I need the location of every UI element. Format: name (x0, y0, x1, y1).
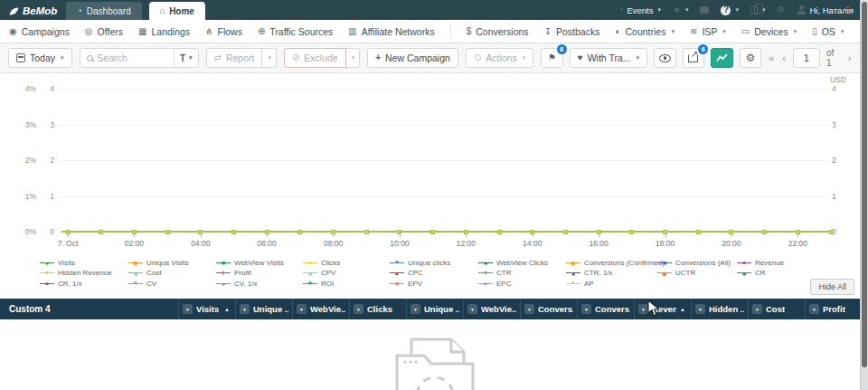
column-filter-icon[interactable]: ▼ (410, 304, 420, 314)
favorites-menu[interactable]: ★▾ (673, 5, 688, 14)
legend-item-unique-clicks[interactable]: ▼Unique clicks (390, 258, 478, 267)
nav-item-landings[interactable]: ▦Landings (138, 26, 190, 37)
column-filter-icon[interactable]: ▼ (695, 304, 705, 314)
messages-button[interactable] (700, 6, 709, 14)
legend-item-epc[interactable]: ▲EPC (478, 279, 566, 288)
exclude-button[interactable]: ⊘ Exclude (284, 48, 346, 68)
column-settings-button[interactable]: ⚙ (740, 48, 762, 68)
flag-button[interactable]: ⚑ 6 (541, 48, 563, 68)
bemob-logo[interactable]: BeMob (0, 5, 66, 20)
prev-page-button[interactable]: ‹ (781, 52, 787, 63)
search-type-dropdown[interactable]: T ▾ (174, 49, 198, 67)
traffic-filter-dropdown[interactable]: ♥ With Tra... ▾ (570, 48, 647, 68)
chevron-down-icon: ▾ (685, 6, 689, 14)
user-menu[interactable]: Hi, Наталія (797, 5, 854, 15)
nav-item-flows[interactable]: ⋔Flows (205, 26, 242, 37)
legend-item-ctr-1-x[interactable]: ●CTR, 1/x (566, 269, 657, 278)
legend-item-cv-1-x[interactable]: ●CV, 1/x (216, 279, 303, 288)
legend-item-profit[interactable]: +Profit (216, 269, 303, 278)
column-filter-icon[interactable]: ▼ (752, 304, 762, 314)
legend-item-hidden-revenue[interactable]: ▼Hidden Revenue (40, 269, 128, 278)
report-dropdown-button[interactable]: ▾ (262, 48, 277, 68)
legend-item-cr-1-x[interactable]: ▲CR, 1/x (40, 279, 128, 288)
column-filter-icon[interactable]: ▼ (354, 304, 363, 314)
column-filter-icon[interactable]: ▼ (809, 304, 819, 314)
legend-item-cr[interactable]: ■CR (737, 269, 784, 278)
page-number-input[interactable] (793, 48, 820, 68)
hide-all-button[interactable]: Hide All (810, 279, 854, 295)
table-header-clicks[interactable]: ▼Clicks (349, 299, 406, 319)
docs-menu[interactable]: ▾ (750, 6, 766, 14)
nav-item-isp[interactable]: ≋ISP▾ (690, 26, 726, 37)
column-filter-icon[interactable]: ▼ (297, 304, 307, 314)
nav-item-os[interactable]: ▯OS▾ (812, 26, 844, 37)
table-header-unique-[interactable]: ▼Unique ... (406, 299, 463, 319)
legend-item-conversions-confirmed-[interactable]: ◆Conversions (Confirmed) (566, 258, 657, 267)
vertical-scrollbar[interactable] (860, 0, 868, 390)
legend-item-webview-visits[interactable]: ■WebView Visits (216, 258, 303, 267)
nav-item-offers[interactable]: ◎Offers (85, 26, 123, 37)
table-header-unique-[interactable]: ▼Unique ... (235, 299, 292, 319)
nav-item-traffic-sources[interactable]: ⊕Traffic Sources (258, 26, 333, 37)
table-header-webvie-[interactable]: ▼WebVie... (463, 299, 520, 319)
nav-item-affiliate-networks[interactable]: ▥Affiliate Networks (348, 26, 434, 37)
table-header-visits[interactable]: ▼Visits▲ (178, 299, 235, 319)
table-header-convers-[interactable]: ▼Convers... (577, 299, 634, 319)
nav-item-devices[interactable]: ▭Devices▾ (741, 26, 797, 37)
search-input[interactable] (98, 52, 169, 63)
table-header-cost[interactable]: ▼Cost (748, 299, 805, 319)
help-menu[interactable]: ?▾ (721, 5, 739, 15)
nav-item-conversions[interactable]: $Conversions (467, 26, 529, 37)
tab-dashboard[interactable]: ◔ Dashboard (66, 2, 141, 20)
legend-item-unique-visits[interactable]: ◆Unique Visits (128, 258, 216, 267)
new-campaign-button[interactable]: + New Campaign (367, 48, 458, 68)
column-filter-icon[interactable]: ▼ (524, 304, 534, 314)
next-page-button[interactable]: › (847, 52, 853, 63)
table-header-hidden-[interactable]: ▼Hidden ... (691, 299, 748, 319)
legend-item-uctr[interactable]: ◆UCTR (657, 269, 737, 278)
traffic-filter-label: With Tra... (588, 52, 631, 63)
nav-item-countries[interactable]: ◐Countries▾ (615, 26, 675, 37)
nav-item-postbacks[interactable]: ↧Postbacks (544, 26, 600, 37)
column-filter-icon[interactable]: ▼ (240, 304, 250, 314)
plus-icon: + (375, 53, 381, 62)
chart-toggle-button[interactable] (711, 48, 733, 68)
column-filter-icon[interactable]: ▼ (581, 304, 591, 314)
page-total-label: of 1 (826, 48, 841, 68)
tab-home[interactable]: ⌂ Home (149, 2, 205, 20)
date-range-button[interactable]: Today ▾ (8, 48, 72, 68)
table-header-convers-[interactable]: ▼Convers... (520, 299, 577, 319)
legend-item-cv[interactable]: ▼CV (128, 279, 216, 288)
legend-label: Profit (234, 269, 251, 277)
legend-item-clicks[interactable]: ▲Clicks (303, 258, 390, 267)
legend-item-epv[interactable]: ■EPV (390, 279, 478, 288)
legend-item-cpc[interactable]: ▲CPC (390, 269, 478, 278)
visibility-button[interactable] (654, 48, 676, 68)
legend-column: ◆Unique Visits●Cost▼CV (128, 258, 216, 288)
legend-item-cost[interactable]: ●Cost (128, 269, 216, 278)
events-menu[interactable]: ◔Events▾ (618, 5, 661, 15)
table-header-custom-4[interactable]: Custom 4 (0, 299, 178, 319)
scrollbar-thumb[interactable] (862, 2, 867, 367)
legend-item-webview-clicks[interactable]: ●WebView Clicks (478, 258, 566, 267)
nav-item-campaigns[interactable]: ◉Campaigns (9, 26, 70, 37)
report-button[interactable]: ⇄ Report (206, 48, 263, 68)
legend-marker: ■ (216, 259, 231, 267)
table-header-webvie-[interactable]: ▼WebVie... (292, 299, 349, 319)
legend-item-cpv[interactable]: ■CPV (303, 269, 390, 278)
share-button[interactable]: 6 (683, 48, 705, 68)
column-filter-icon[interactable]: ▼ (467, 304, 477, 314)
settings-button[interactable]: ⚙ (778, 5, 786, 14)
legend-item-conversions-all-[interactable]: ■Conversions (All) (657, 258, 737, 267)
column-filter-icon[interactable]: ▼ (183, 304, 193, 314)
legend-item-revenue[interactable]: ▲Revenue (737, 258, 784, 267)
actions-button[interactable]: ⊙ Actions ▾ (466, 48, 533, 68)
legend-item-ctr[interactable]: ▼CTR (478, 269, 566, 278)
first-page-button[interactable]: « (768, 52, 775, 63)
table-header-revenue[interactable]: ▼Revenue▲ (634, 299, 691, 319)
legend-item-ap[interactable]: ▼AP (566, 279, 657, 288)
legend-item-visits[interactable]: ●Visits (40, 258, 128, 267)
legend-item-roi[interactable]: +ROI (303, 279, 390, 288)
table-header-profit[interactable]: ▼Profit (805, 299, 862, 319)
exclude-dropdown-button[interactable]: ▾ (346, 48, 361, 68)
